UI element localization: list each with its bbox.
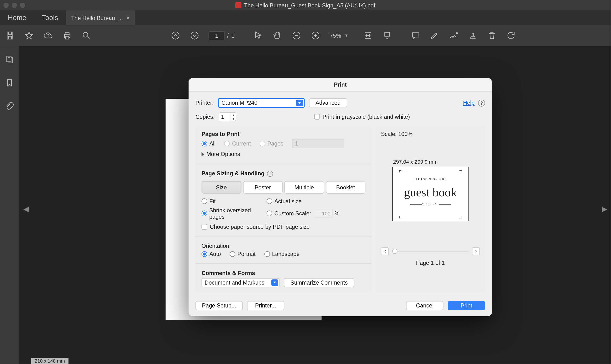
select-tool-icon[interactable]: [253, 31, 263, 40]
hand-tool-icon[interactable]: [273, 31, 282, 40]
pdf-icon: [235, 2, 241, 8]
help-link[interactable]: Help: [463, 100, 475, 106]
radio-all-label: All: [209, 140, 215, 147]
copies-stepper[interactable]: ▲▼: [219, 112, 236, 121]
printer-settings-button[interactable]: Printer...: [247, 301, 284, 310]
svg-rect-5: [385, 32, 389, 37]
printer-select[interactable]: Canon MP240: [218, 98, 305, 108]
dialog-title: Print: [188, 78, 492, 92]
slider-thumb[interactable]: [392, 248, 397, 254]
page-down-icon[interactable]: [190, 31, 199, 40]
window-titlebar: The Hello Bureau_Guest Book Sign_A5 (AU:…: [0, 0, 611, 11]
seg-booklet[interactable]: Booklet: [326, 181, 365, 194]
radio-pages-label: Pages: [267, 140, 283, 147]
highlight-icon[interactable]: [430, 31, 439, 40]
comments-select[interactable]: Document and Markups: [201, 278, 279, 287]
printer-label: Printer:: [196, 100, 214, 106]
crop-mark-bl: [399, 214, 403, 218]
tab-document[interactable]: The Hello Bureau_... ×: [66, 11, 135, 25]
radio-actual[interactable]: Actual size: [266, 198, 302, 204]
preview-scale-label: Scale: 100%: [381, 131, 413, 137]
page-sizing-head: Page Sizing & Handling: [201, 170, 265, 177]
grayscale-checkbox[interactable]: [314, 114, 320, 120]
print-dialog: Print Printer: Canon MP240 Advanced Help…: [188, 78, 492, 316]
window-title-text: The Hello Bureau_Guest Book Sign_A5 (AU:…: [244, 2, 375, 8]
preview-dimensions: 297.04 x 209.9 mm: [393, 159, 438, 165]
orientation-label: Orientation:: [201, 242, 365, 249]
tab-home[interactable]: Home: [0, 11, 34, 25]
advanced-button[interactable]: Advanced: [309, 98, 347, 107]
preview-text-sign: PLEASE SIGN OUR: [393, 178, 468, 181]
orient-portrait-label: Portrait: [238, 251, 256, 257]
sign-icon[interactable]: [449, 31, 458, 40]
zoom-value: 75%: [330, 32, 341, 39]
search-icon[interactable]: [81, 31, 91, 40]
bookmark-icon[interactable]: [5, 78, 14, 89]
document-dimensions: 210 x 148 mm: [31, 358, 68, 364]
print-button[interactable]: Print: [448, 301, 485, 310]
print-icon[interactable]: [63, 31, 72, 40]
radio-pages[interactable]: Pages: [259, 140, 283, 147]
grayscale-label: Print in grayscale (black and white): [322, 114, 410, 120]
fit-width-icon[interactable]: [363, 31, 372, 40]
percent-label: %: [334, 210, 339, 217]
zoom-out-icon[interactable]: [292, 31, 301, 40]
star-icon[interactable]: [24, 31, 34, 40]
page-setup-button[interactable]: Page Setup...: [196, 301, 243, 310]
seg-multiple[interactable]: Multiple: [284, 181, 324, 194]
radio-shrink[interactable]: Shrink oversized pages: [201, 207, 266, 220]
preview-next-button[interactable]: >: [472, 247, 480, 255]
orient-landscape-label: Landscape: [272, 251, 300, 257]
select-knob-icon: [296, 100, 303, 106]
attachments-icon[interactable]: [5, 101, 14, 113]
stepper-up-icon[interactable]: ▲: [231, 113, 236, 117]
copies-input[interactable]: [219, 113, 231, 121]
help-icon[interactable]: ?: [478, 100, 485, 106]
pages-range-input[interactable]: [292, 139, 344, 148]
seg-poster[interactable]: Poster: [243, 181, 283, 194]
comment-icon[interactable]: [411, 31, 420, 40]
radio-custom-scale[interactable]: Custom Scale:: [266, 210, 311, 217]
page-up-icon[interactable]: [171, 31, 180, 40]
trash-icon[interactable]: [487, 31, 497, 40]
cancel-button[interactable]: Cancel: [406, 301, 443, 310]
page-current-input[interactable]: [209, 31, 224, 40]
radio-orient-auto[interactable]: Auto: [201, 251, 221, 257]
seg-size[interactable]: Size: [201, 181, 241, 194]
stepper-down-icon[interactable]: ▼: [231, 117, 236, 120]
custom-scale-input[interactable]: [314, 209, 333, 217]
more-options-toggle[interactable]: More Options: [201, 151, 240, 157]
preview-slider[interactable]: [392, 251, 468, 252]
preview-prev-button[interactable]: <: [381, 247, 389, 255]
info-icon[interactable]: i: [267, 171, 273, 177]
side-rail: [0, 46, 19, 364]
more-options-label: More Options: [206, 151, 240, 157]
radio-fit[interactable]: Fit: [201, 198, 266, 204]
radio-orient-landscape[interactable]: Landscape: [264, 251, 300, 257]
print-preview: PLEASE SIGN OUR guest book THANK YOU: [392, 167, 468, 221]
comments-head: Comments & Forms: [201, 270, 365, 276]
stamp-icon[interactable]: [468, 31, 478, 40]
thumbnails-icon[interactable]: [5, 55, 14, 66]
cloud-icon[interactable]: [43, 31, 53, 40]
preview-text-main: guest book: [393, 185, 468, 199]
zoom-display[interactable]: 75%▼: [330, 32, 348, 39]
fit-page-icon[interactable]: [382, 31, 392, 40]
zoom-in-icon[interactable]: [311, 31, 320, 40]
radio-orient-portrait[interactable]: Portrait: [230, 251, 256, 257]
prev-page-arrow[interactable]: ◀: [23, 205, 29, 213]
svg-rect-6: [7, 56, 11, 62]
rotate-icon[interactable]: [506, 31, 516, 40]
radio-custom-label: Custom Scale:: [275, 210, 311, 217]
radio-all[interactable]: All: [201, 140, 215, 147]
tab-tools[interactable]: Tools: [34, 11, 66, 25]
next-page-arrow[interactable]: ▶: [602, 205, 607, 213]
summarize-comments-button[interactable]: Summarize Comments: [284, 278, 354, 287]
close-tab-icon[interactable]: ×: [126, 14, 130, 21]
radio-current[interactable]: Current: [224, 140, 251, 147]
choose-paper-checkbox[interactable]: [201, 224, 207, 230]
disclosure-triangle-icon: [201, 152, 204, 156]
svg-point-1: [172, 32, 179, 39]
crop-mark-tr: [458, 170, 462, 174]
save-icon[interactable]: [5, 31, 15, 40]
